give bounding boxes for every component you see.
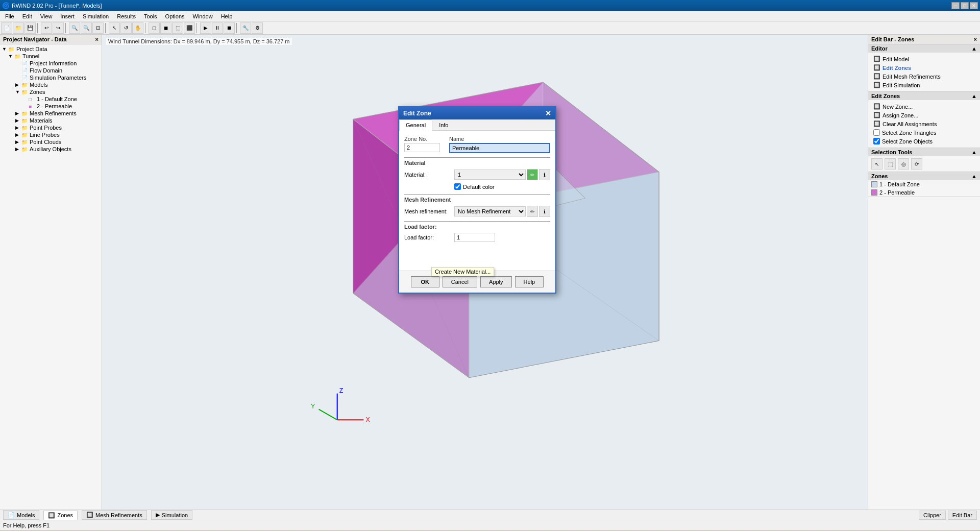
clipper-tab[interactable]: Clipper xyxy=(919,511,946,520)
select-objects-checkbox[interactable] xyxy=(873,138,880,144)
edit-bar-tab[interactable]: Edit Bar xyxy=(948,511,977,520)
menu-insert[interactable]: Insert xyxy=(56,12,79,20)
select-triangles-checkbox[interactable] xyxy=(873,129,880,136)
sel-tool-3[interactable]: ◎ xyxy=(898,158,909,170)
name-input[interactable] xyxy=(449,143,550,153)
menu-view[interactable]: View xyxy=(36,12,57,20)
menu-simulation[interactable]: Simulation xyxy=(79,12,113,20)
edit-zones-item[interactable]: 🔲 Edit Zones xyxy=(871,63,977,72)
zone-item-default[interactable]: 1 - Default Zone xyxy=(868,180,980,188)
main-layout: Project Navigator - Data × ▼ 📁 Project D… xyxy=(0,35,980,510)
tb-rotate[interactable]: ↺ xyxy=(120,22,132,34)
mesh-refinement-field-label: Mesh refinement: xyxy=(404,208,450,214)
tree-point-clouds[interactable]: ▶ 📁 Point Clouds xyxy=(1,138,101,146)
mesh-refinement-edit-button[interactable]: ✏ xyxy=(527,206,538,217)
mesh-refinement-info-button[interactable]: ℹ xyxy=(539,206,550,217)
menu-tools[interactable]: Tools xyxy=(140,12,161,20)
tb-view2[interactable]: ◼ xyxy=(160,22,172,34)
tree-auxiliary-objects[interactable]: ▶ 📁 Auxiliary Objects xyxy=(1,146,101,153)
tb-extra2[interactable]: ⚙ xyxy=(252,22,263,34)
close-button[interactable]: ✕ xyxy=(970,2,978,9)
tb-view4[interactable]: ⬛ xyxy=(184,22,195,34)
zone-item-permeable[interactable]: 2 - Permeable xyxy=(868,188,980,197)
tb-new[interactable]: 📄 xyxy=(1,22,12,34)
new-zone-item[interactable]: 🔲 New Zone... xyxy=(871,102,977,111)
tab-zones[interactable]: 🔲 Zones xyxy=(43,511,78,520)
tb-view1[interactable]: ◻ xyxy=(149,22,160,34)
tree-default-zone-label: 1 - Default Zone xyxy=(37,96,77,102)
tb-fit[interactable]: ⊡ xyxy=(92,22,104,34)
tb-pan[interactable]: ✋ xyxy=(132,22,143,34)
tree-project-information[interactable]: 📄 Project Information xyxy=(1,60,101,67)
tb-extra1[interactable]: 🔧 xyxy=(240,22,251,34)
window-controls[interactable]: ─ □ ✕ xyxy=(951,2,978,9)
menu-file[interactable]: File xyxy=(1,12,18,20)
ok-button[interactable]: OK xyxy=(411,276,439,287)
clear-assignments-item[interactable]: 🔲 Clear All Assignments xyxy=(871,119,977,128)
tab-info[interactable]: Info xyxy=(432,119,455,130)
material-edit-button[interactable]: ✏ xyxy=(527,169,538,180)
tree-zones[interactable]: ▼ 📁 Zones xyxy=(1,88,101,95)
tree-mesh-refinements[interactable]: ▶ 📁 Mesh Refinements xyxy=(1,110,101,117)
sel-tools-content: ↖ ⬚ ◎ ⟳ xyxy=(868,156,980,172)
assign-zone-item[interactable]: 🔲 Assign Zone... xyxy=(871,111,977,119)
tab-general[interactable]: General xyxy=(399,119,432,131)
tb-zoom-out[interactable]: 🔍 xyxy=(81,22,92,34)
cancel-button[interactable]: Cancel xyxy=(443,276,477,287)
zone-no-input[interactable] xyxy=(404,143,440,152)
tree-flow-domain[interactable]: 📄 Flow Domain xyxy=(1,67,101,74)
sel-tool-1[interactable]: ↖ xyxy=(871,158,883,170)
material-info-button[interactable]: ℹ xyxy=(539,169,550,180)
menu-edit[interactable]: Edit xyxy=(18,12,36,20)
tb-open[interactable]: 📁 xyxy=(13,22,24,34)
tree-tunnel[interactable]: ▼ 📁 Tunnel xyxy=(1,53,101,60)
tb-select[interactable]: ↖ xyxy=(109,22,120,34)
default-color-checkbox[interactable] xyxy=(454,183,461,190)
select-zone-objects-item[interactable]: Select Zone Objects xyxy=(871,137,977,146)
tree-line-probes[interactable]: ▶ 📁 Line Probes xyxy=(1,131,101,138)
tree-point-probes[interactable]: ▶ 📁 Point Probes xyxy=(1,124,101,131)
right-panel-close-icon[interactable]: × xyxy=(974,36,977,42)
tb-save[interactable]: 💾 xyxy=(24,22,36,34)
dialog-close-button[interactable]: ✕ xyxy=(545,109,551,117)
tb-sim2[interactable]: ⏸ xyxy=(212,22,223,34)
zone-permeable-label: 2 - Permeable xyxy=(879,189,915,196)
tb-view3[interactable]: ⬚ xyxy=(172,22,183,34)
tree-root[interactable]: ▼ 📁 Project Data xyxy=(1,45,101,53)
load-factor-input[interactable] xyxy=(454,233,495,242)
edit-simulation-item[interactable]: 🔲 Edit Simulation xyxy=(871,81,977,89)
menu-options[interactable]: Options xyxy=(161,12,189,20)
mesh-refinement-select[interactable]: No Mesh Refinement xyxy=(454,206,526,216)
tree-permeable[interactable]: ■ 2 - Permeable xyxy=(1,103,101,110)
editor-section-content: 🔲 Edit Model 🔲 Edit Zones 🔲 Edit Mesh Re… xyxy=(868,53,980,91)
minimize-button[interactable]: ─ xyxy=(951,2,960,9)
tree-models[interactable]: ▶ 📁 Models xyxy=(1,81,101,88)
restore-button[interactable]: □ xyxy=(961,2,969,9)
tb-undo[interactable]: ↩ xyxy=(41,22,52,34)
material-select[interactable]: 1 xyxy=(454,170,526,180)
edit-zones-section-label: Edit Zones xyxy=(871,93,900,99)
tb-zoom-in[interactable]: 🔍 xyxy=(69,22,80,34)
menu-window[interactable]: Window xyxy=(189,12,217,20)
tree-default-zone[interactable]: □ 1 - Default Zone xyxy=(1,95,101,103)
menu-help[interactable]: Help xyxy=(217,12,237,20)
zones-icon-tab: 🔲 xyxy=(48,512,55,519)
tb-redo[interactable]: ↪ xyxy=(53,22,64,34)
tab-mesh-refinements[interactable]: 🔲 Mesh Refinements xyxy=(82,510,147,520)
sel-tool-2[interactable]: ⬚ xyxy=(885,158,896,170)
menu-results[interactable]: Results xyxy=(113,12,140,20)
sel-tool-4[interactable]: ⟳ xyxy=(911,158,922,170)
panel-close-icon[interactable]: × xyxy=(95,36,99,42)
tb-sim3[interactable]: ⏹ xyxy=(224,22,235,34)
viewport-3d[interactable]: Wind Tunnel Dimensions: Dx = 89.946 m, D… xyxy=(102,35,868,510)
tab-simulation[interactable]: ▶ Simulation xyxy=(151,510,192,520)
select-zone-triangles-item[interactable]: Select Zone Triangles xyxy=(871,128,977,137)
edit-mesh-refinements-item[interactable]: 🔲 Edit Mesh Refinements xyxy=(871,72,977,81)
help-button[interactable]: Help xyxy=(515,276,544,287)
tb-sim1[interactable]: ▶ xyxy=(200,22,211,34)
edit-model-item[interactable]: 🔲 Edit Model xyxy=(871,55,977,63)
tree-simulation-params[interactable]: 📄 Simulation Parameters xyxy=(1,74,101,81)
tab-models[interactable]: 📄 Models xyxy=(3,510,39,520)
apply-button[interactable]: Apply xyxy=(480,276,512,287)
tree-materials[interactable]: ▶ 📁 Materials xyxy=(1,117,101,124)
